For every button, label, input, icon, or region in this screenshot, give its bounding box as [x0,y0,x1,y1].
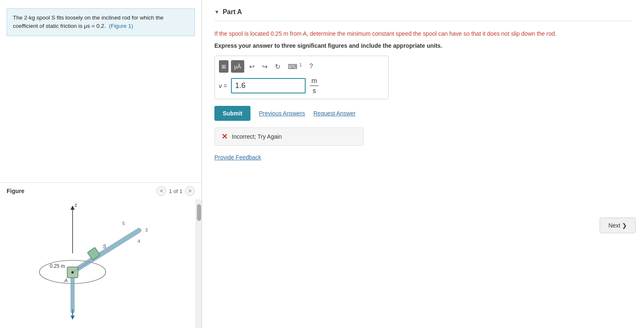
instructions-text: Express your answer to three significant… [214,42,632,49]
part-header: ▼ Part A [214,8,632,21]
question-text: If the spool is located 0.25 m from A, d… [214,29,632,38]
figure-diagram: z S A [0,199,202,328]
submit-row: Submit Previous Answers Request Answer [214,106,632,121]
svg-text:5: 5 [122,221,125,226]
diagram-svg: z S A [0,199,191,324]
problem-text: The 2-kg spool S fits loosely on the inc… [13,15,163,29]
undo-icon: ↩ [249,63,255,70]
svg-marker-2 [70,206,75,210]
svg-text:0.25 m: 0.25 m [50,263,65,269]
figure-title: Figure [7,188,24,194]
refresh-button[interactable]: ↻ [272,61,283,72]
right-panel: ▼ Part A If the spool is located 0.25 m … [202,0,644,328]
answer-box: ⊞ μÅ ↩ ↪ ↻ ⌨ 1 ? [214,56,389,99]
svg-line-5 [73,230,139,272]
figure-counter: 1 of 1 [169,188,182,194]
feedback-button[interactable]: Provide Feedback [214,154,261,161]
figure-header: Figure < 1 of 1 > [0,182,202,199]
svg-text:S: S [103,244,106,250]
incorrect-banner: ✕ Incorrect; Try Again [214,127,364,146]
figure-scroll-thumb [197,204,201,221]
keyboard-button[interactable]: ⌨ 1 [285,61,304,72]
figure-next-button[interactable]: > [185,186,195,196]
figure-nav: < 1 of 1 > [156,186,195,196]
mu-button[interactable]: μÅ [231,60,244,73]
feedback-label: Provide Feedback [214,154,261,161]
svg-text:A: A [64,278,68,284]
redo-button[interactable]: ↪ [260,61,270,72]
mu-label: μÅ [234,64,241,70]
problem-statement: The 2-kg spool S fits loosely on the inc… [7,8,195,36]
matrix-icon: ⊞ [221,64,226,70]
figure-section: Figure < 1 of 1 > z [0,182,202,328]
v-label: v = [219,83,227,89]
next-button[interactable]: Next ❯ [600,218,636,233]
keyboard-subscript: 1 [299,62,302,67]
svg-marker-19 [70,316,75,320]
undo-button[interactable]: ↩ [247,61,257,72]
refresh-icon: ↻ [275,63,280,70]
incorrect-text: Incorrect; Try Again [232,133,282,140]
figure-scrollbar[interactable] [196,199,202,328]
svg-text:4: 4 [138,239,140,244]
help-icon: ? [309,63,313,70]
toolbar: ⊞ μÅ ↩ ↪ ↻ ⌨ 1 ? [219,60,384,73]
answer-input-row: v = m s [219,77,384,95]
request-answer-label: Request Answer [313,110,356,117]
submit-label: Submit [223,110,242,117]
keyboard-icon: ⌨ [288,63,297,70]
part-title: Part A [223,8,242,16]
request-answer-button[interactable]: Request Answer [313,110,356,117]
left-panel: The 2-kg spool S fits loosely on the inc… [0,0,202,328]
next-btn-container: Next ❯ [600,218,636,233]
part-collapse-icon[interactable]: ▼ [214,9,219,15]
redo-icon: ↪ [262,63,267,70]
figure-prev-button[interactable]: < [156,186,166,196]
svg-text:3: 3 [145,228,148,233]
answer-input[interactable] [231,78,306,93]
figure-link[interactable]: (Figure 1) [109,23,134,29]
next-label: Next [608,222,620,229]
previous-answers-button[interactable]: Previous Answers [259,110,305,117]
unit-denominator: s [311,86,318,95]
unit-numerator: m [310,77,318,86]
submit-button[interactable]: Submit [214,106,250,121]
unit-fraction: m s [310,77,318,95]
next-arrow-icon: ❯ [622,222,627,229]
previous-answers-label: Previous Answers [259,110,305,117]
matrix-button[interactable]: ⊞ [219,60,228,73]
help-button[interactable]: ? [307,61,316,72]
svg-text:z: z [75,202,77,208]
incorrect-x-icon: ✕ [221,132,228,141]
